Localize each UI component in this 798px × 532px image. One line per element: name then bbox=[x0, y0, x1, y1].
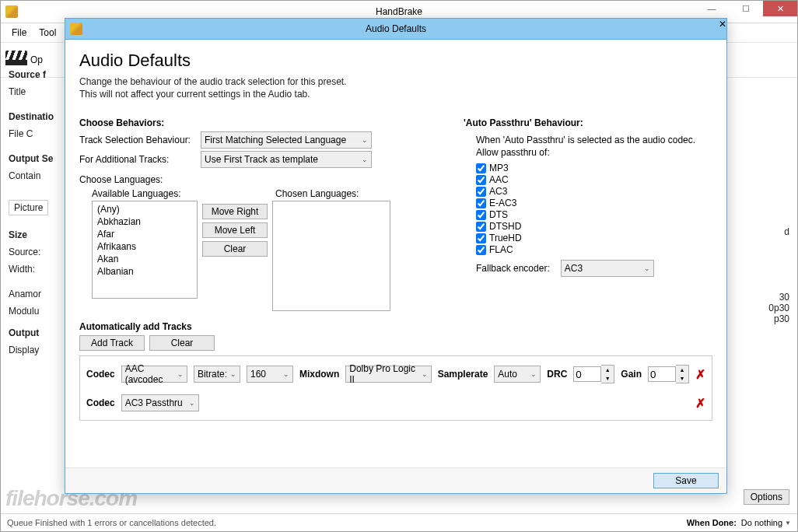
menu-file[interactable]: File bbox=[5, 26, 33, 40]
chevron-down-icon[interactable]: ▼ bbox=[601, 374, 614, 383]
auto-passthru-desc1: When 'Auto Passthru' is selected as the … bbox=[476, 135, 712, 145]
background-right-labels: d 30 0p30 p30 bbox=[727, 226, 789, 324]
delete-track-icon[interactable]: ✗ bbox=[695, 367, 705, 382]
chosen-languages-label: Chosen Languages: bbox=[275, 188, 390, 199]
chevron-down-icon: ⌄ bbox=[177, 370, 184, 378]
main-title: HandBrake bbox=[1, 6, 797, 17]
chevron-down-icon: ⌄ bbox=[422, 370, 428, 378]
chevron-down-icon: ⌄ bbox=[230, 370, 236, 378]
available-languages-list[interactable]: (Any) Abkhazian Afar Afrikaans Akan Alba… bbox=[92, 201, 198, 299]
passthru-flac[interactable]: FLAC bbox=[476, 244, 712, 255]
main-window: HandBrake — ☐ ✕ File Tool Op Source f Ti… bbox=[0, 0, 798, 532]
list-item[interactable]: Abkhazian bbox=[94, 215, 195, 228]
list-item[interactable]: Akan bbox=[94, 253, 195, 265]
list-item[interactable]: Afrikaans bbox=[94, 240, 195, 253]
chevron-down-icon: ⌄ bbox=[644, 264, 650, 272]
bitrate-mode-combo[interactable]: Bitrate:⌄ bbox=[194, 366, 240, 383]
passthru-eac3[interactable]: E-AC3 bbox=[476, 198, 712, 208]
fallback-encoder-combo[interactable]: AC3⌄ bbox=[561, 260, 654, 277]
clear-tracks-button[interactable]: Clear bbox=[149, 335, 215, 351]
mixdown-label: Mixdown bbox=[299, 369, 339, 380]
auto-add-tracks-label: Automatically add Tracks bbox=[79, 321, 712, 332]
add-track-button[interactable]: Add Track bbox=[79, 335, 145, 351]
additional-tracks-label: For Additional Tracks: bbox=[79, 154, 196, 165]
track-list: Codec AAC (avcodec⌄ Bitrate:⌄ 160⌄ Mixdo… bbox=[79, 355, 712, 421]
chevron-down-icon: ⌄ bbox=[530, 370, 537, 378]
passthru-truehd[interactable]: TrueHD bbox=[476, 233, 712, 243]
list-item[interactable]: Afar bbox=[94, 228, 195, 240]
passthru-column: 'Auto Passthru' Behaviour: When 'Auto Pa… bbox=[464, 111, 712, 313]
list-item[interactable]: Albanian bbox=[94, 265, 195, 278]
audio-defaults-dialog: Audio Defaults ✕ Audio Defaults Change t… bbox=[65, 18, 727, 494]
maximize-button[interactable]: ☐ bbox=[729, 1, 763, 16]
codec-combo[interactable]: AAC (avcodec⌄ bbox=[121, 366, 187, 383]
dialog-subtitle: Change the behaviour of the audio track … bbox=[79, 75, 712, 100]
bitrate-combo[interactable]: 160⌄ bbox=[247, 366, 293, 383]
codec-combo[interactable]: AC3 Passthru⌄ bbox=[121, 394, 199, 411]
drc-spinner[interactable]: ▲▼ bbox=[573, 365, 614, 383]
options-button[interactable]: Options bbox=[744, 489, 789, 505]
codec-label: Codec bbox=[86, 369, 115, 380]
clear-languages-button[interactable]: Clear bbox=[202, 241, 268, 257]
chevron-down-icon: ⌄ bbox=[283, 370, 289, 378]
passthru-checkboxes: MP3 AAC AC3 E-AC3 DTS DTSHD TrueHD FLAC bbox=[476, 163, 712, 255]
additional-tracks-combo[interactable]: Use First Track as template⌄ bbox=[201, 151, 372, 168]
track-selection-combo[interactable]: First Matching Selected Language⌄ bbox=[201, 131, 372, 149]
save-button[interactable]: Save bbox=[653, 473, 719, 488]
menu-tools[interactable]: Tool bbox=[33, 26, 62, 40]
dialog-content: Audio Defaults Change the behaviour of t… bbox=[65, 40, 726, 467]
statusbar: Queue Finished with 1 errors or cancella… bbox=[1, 513, 797, 531]
gain-spinner[interactable]: ▲▼ bbox=[648, 365, 689, 383]
samplerate-label: Samplerate bbox=[438, 369, 488, 380]
choose-languages-label: Choose Languages: bbox=[79, 174, 425, 185]
dialog-footer: Save bbox=[65, 467, 726, 493]
delete-track-icon[interactable]: ✗ bbox=[695, 396, 705, 411]
gain-label: Gain bbox=[621, 369, 642, 380]
samplerate-combo[interactable]: Auto⌄ bbox=[494, 366, 541, 383]
move-right-button[interactable]: Move Right bbox=[202, 204, 268, 219]
chevron-down-icon: ⌄ bbox=[362, 136, 368, 144]
chevron-up-icon[interactable]: ▲ bbox=[676, 366, 688, 374]
when-done-label: When Done: bbox=[687, 518, 737, 527]
behaviors-column: Choose Behaviors: Track Selection Behavi… bbox=[79, 111, 425, 313]
close-button[interactable]: ✕ bbox=[763, 1, 797, 16]
drc-label: DRC bbox=[547, 369, 567, 380]
passthru-ac3[interactable]: AC3 bbox=[476, 186, 712, 197]
dialog-titlebar: Audio Defaults ✕ bbox=[65, 19, 726, 40]
track-row: Codec AAC (avcodec⌄ Bitrate:⌄ 160⌄ Mixdo… bbox=[86, 365, 705, 383]
dialog-heading: Audio Defaults bbox=[79, 51, 712, 71]
minimize-button[interactable]: — bbox=[695, 1, 729, 16]
auto-passthru-title: 'Auto Passthru' Behaviour: bbox=[464, 117, 712, 128]
auto-passthru-desc2: Allow passthru of: bbox=[476, 147, 712, 158]
when-done-value[interactable]: Do nothing bbox=[741, 518, 782, 527]
status-text: Queue Finished with 1 errors or cancella… bbox=[7, 518, 216, 527]
chevron-down-icon[interactable]: ▼ bbox=[785, 520, 791, 527]
choose-behaviors-label: Choose Behaviors: bbox=[79, 117, 425, 128]
fallback-encoder-label: Fallback encoder: bbox=[476, 263, 550, 274]
chevron-down-icon: ⌄ bbox=[362, 156, 368, 163]
track-selection-label: Track Selection Behaviour: bbox=[79, 135, 196, 145]
chevron-down-icon[interactable]: ▼ bbox=[676, 374, 688, 383]
dialog-close-button[interactable]: ✕ bbox=[719, 19, 726, 30]
chosen-languages-list[interactable] bbox=[272, 201, 390, 311]
passthru-dtshd[interactable]: DTSHD bbox=[476, 221, 712, 232]
mixdown-combo[interactable]: Dolby Pro Logic II⌄ bbox=[345, 366, 431, 383]
chevron-down-icon: ⌄ bbox=[189, 399, 195, 407]
chevron-up-icon[interactable]: ▲ bbox=[601, 366, 614, 374]
list-item[interactable]: (Any) bbox=[94, 203, 195, 215]
dialog-title: Audio Defaults bbox=[65, 23, 726, 34]
passthru-dts[interactable]: DTS bbox=[476, 209, 712, 220]
track-row: Codec AC3 Passthru⌄ ✗ bbox=[86, 394, 705, 411]
available-languages-label: Available Languages: bbox=[92, 188, 198, 199]
move-left-button[interactable]: Move Left bbox=[202, 222, 268, 238]
background-left-labels: Source f Title Destinatio File C Output … bbox=[9, 63, 54, 362]
codec-label: Codec bbox=[86, 397, 115, 408]
window-buttons: — ☐ ✕ bbox=[695, 1, 797, 16]
passthru-mp3[interactable]: MP3 bbox=[476, 163, 712, 173]
passthru-aac[interactable]: AAC bbox=[476, 174, 712, 185]
